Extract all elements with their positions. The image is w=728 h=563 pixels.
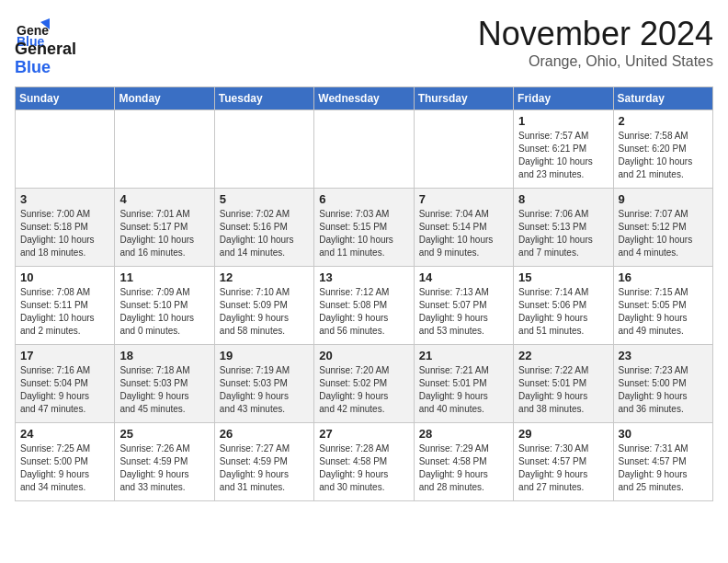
- day-info: Sunrise: 7:28 AM Sunset: 4:58 PM Dayligh…: [319, 442, 408, 494]
- day-number: 16: [619, 270, 708, 284]
- day-number: 26: [220, 427, 309, 441]
- day-number: 11: [119, 270, 209, 284]
- day-info: Sunrise: 7:57 AM Sunset: 6:21 PM Dayligh…: [518, 130, 608, 181]
- day-info: Sunrise: 7:12 AM Sunset: 5:08 PM Dayligh…: [319, 286, 408, 338]
- day-number: 5: [220, 192, 309, 206]
- day-number: 27: [319, 427, 408, 441]
- calendar-cell: 19Sunrise: 7:19 AM Sunset: 5:03 PM Dayli…: [214, 344, 313, 422]
- day-info: Sunrise: 7:01 AM Sunset: 5:17 PM Dayligh…: [119, 208, 209, 259]
- calendar-week-row: 24Sunrise: 7:25 AM Sunset: 5:00 PM Dayli…: [16, 422, 713, 500]
- calendar-cell: 1Sunrise: 7:57 AM Sunset: 6:21 PM Daylig…: [514, 109, 613, 188]
- calendar-cell: [414, 109, 513, 188]
- day-number: 6: [319, 192, 408, 206]
- day-header-thursday: Thursday: [414, 86, 513, 109]
- calendar-cell: [314, 109, 414, 188]
- day-info: Sunrise: 7:02 AM Sunset: 5:16 PM Dayligh…: [220, 208, 309, 259]
- month-title: November 2024: [478, 15, 713, 53]
- day-info: Sunrise: 7:08 AM Sunset: 5:11 PM Dayligh…: [20, 286, 109, 338]
- day-info: Sunrise: 7:23 AM Sunset: 5:00 PM Dayligh…: [619, 364, 708, 416]
- calendar-cell: 14Sunrise: 7:13 AM Sunset: 5:07 PM Dayli…: [414, 266, 513, 344]
- calendar-cell: 12Sunrise: 7:10 AM Sunset: 5:09 PM Dayli…: [214, 266, 313, 344]
- day-info: Sunrise: 7:10 AM Sunset: 5:09 PM Dayligh…: [220, 286, 309, 338]
- day-number: 13: [319, 270, 408, 284]
- day-number: 10: [20, 270, 109, 284]
- day-info: Sunrise: 7:58 AM Sunset: 6:20 PM Dayligh…: [619, 130, 708, 181]
- calendar-cell: 24Sunrise: 7:25 AM Sunset: 5:00 PM Dayli…: [16, 422, 115, 500]
- day-info: Sunrise: 7:09 AM Sunset: 5:10 PM Dayligh…: [119, 286, 209, 338]
- calendar-week-row: 10Sunrise: 7:08 AM Sunset: 5:11 PM Dayli…: [16, 266, 713, 344]
- day-number: 14: [419, 270, 508, 284]
- day-info: Sunrise: 7:18 AM Sunset: 5:03 PM Dayligh…: [119, 364, 209, 416]
- day-info: Sunrise: 7:00 AM Sunset: 5:18 PM Dayligh…: [20, 208, 109, 259]
- calendar-cell: 16Sunrise: 7:15 AM Sunset: 5:05 PM Dayli…: [613, 266, 712, 344]
- calendar-cell: [115, 109, 214, 188]
- header: General Blue General Blue November 2024 …: [15, 15, 713, 77]
- day-number: 17: [20, 349, 109, 362]
- calendar-cell: 5Sunrise: 7:02 AM Sunset: 5:16 PM Daylig…: [214, 188, 313, 266]
- day-number: 4: [119, 192, 209, 206]
- day-number: 20: [319, 349, 408, 362]
- day-number: 12: [220, 270, 309, 284]
- calendar-cell: 27Sunrise: 7:28 AM Sunset: 4:58 PM Dayli…: [314, 422, 414, 500]
- day-number: 9: [619, 192, 708, 206]
- logo-blue: Blue: [15, 59, 76, 77]
- calendar-week-row: 1Sunrise: 7:57 AM Sunset: 6:21 PM Daylig…: [16, 109, 713, 188]
- calendar-week-row: 3Sunrise: 7:00 AM Sunset: 5:18 PM Daylig…: [16, 188, 713, 266]
- calendar-cell: 9Sunrise: 7:07 AM Sunset: 5:12 PM Daylig…: [613, 188, 712, 266]
- calendar-cell: 11Sunrise: 7:09 AM Sunset: 5:10 PM Dayli…: [115, 266, 214, 344]
- day-number: 19: [220, 349, 309, 362]
- day-header-wednesday: Wednesday: [314, 86, 414, 109]
- day-header-sunday: Sunday: [16, 86, 115, 109]
- day-number: 8: [518, 192, 608, 206]
- day-info: Sunrise: 7:25 AM Sunset: 5:00 PM Dayligh…: [20, 442, 109, 494]
- day-info: Sunrise: 7:20 AM Sunset: 5:02 PM Dayligh…: [319, 364, 408, 416]
- calendar-cell: 23Sunrise: 7:23 AM Sunset: 5:00 PM Dayli…: [613, 344, 712, 422]
- calendar-cell: 15Sunrise: 7:14 AM Sunset: 5:06 PM Dayli…: [514, 266, 613, 344]
- day-info: Sunrise: 7:22 AM Sunset: 5:01 PM Dayligh…: [518, 364, 608, 416]
- day-info: Sunrise: 7:04 AM Sunset: 5:14 PM Dayligh…: [419, 208, 508, 259]
- calendar-cell: 17Sunrise: 7:16 AM Sunset: 5:04 PM Dayli…: [16, 344, 115, 422]
- calendar-cell: 18Sunrise: 7:18 AM Sunset: 5:03 PM Dayli…: [115, 344, 214, 422]
- calendar-cell: 2Sunrise: 7:58 AM Sunset: 6:20 PM Daylig…: [613, 109, 712, 188]
- calendar-header-row: SundayMondayTuesdayWednesdayThursdayFrid…: [16, 86, 713, 109]
- day-number: 18: [119, 349, 209, 362]
- calendar-cell: 22Sunrise: 7:22 AM Sunset: 5:01 PM Dayli…: [514, 344, 613, 422]
- day-number: 15: [518, 270, 608, 284]
- calendar-cell: [214, 109, 313, 188]
- day-number: 2: [619, 114, 708, 128]
- day-number: 22: [518, 349, 608, 362]
- day-number: 28: [419, 427, 508, 441]
- logo: General Blue General Blue: [15, 15, 76, 77]
- calendar-cell: 3Sunrise: 7:00 AM Sunset: 5:18 PM Daylig…: [16, 188, 115, 266]
- day-info: Sunrise: 7:16 AM Sunset: 5:04 PM Dayligh…: [20, 364, 109, 416]
- calendar-cell: 7Sunrise: 7:04 AM Sunset: 5:14 PM Daylig…: [414, 188, 513, 266]
- title-block: November 2024 Orange, Ohio, United State…: [478, 15, 713, 70]
- day-info: Sunrise: 7:31 AM Sunset: 4:57 PM Dayligh…: [619, 442, 708, 494]
- calendar-cell: 20Sunrise: 7:20 AM Sunset: 5:02 PM Dayli…: [314, 344, 414, 422]
- day-number: 29: [518, 427, 608, 441]
- calendar-cell: 4Sunrise: 7:01 AM Sunset: 5:17 PM Daylig…: [115, 188, 214, 266]
- day-info: Sunrise: 7:19 AM Sunset: 5:03 PM Dayligh…: [220, 364, 309, 416]
- day-info: Sunrise: 7:14 AM Sunset: 5:06 PM Dayligh…: [518, 286, 608, 338]
- location-title: Orange, Ohio, United States: [478, 53, 713, 70]
- day-number: 1: [518, 114, 608, 128]
- calendar-week-row: 17Sunrise: 7:16 AM Sunset: 5:04 PM Dayli…: [16, 344, 713, 422]
- day-info: Sunrise: 7:29 AM Sunset: 4:58 PM Dayligh…: [419, 442, 508, 494]
- day-info: Sunrise: 7:03 AM Sunset: 5:15 PM Dayligh…: [319, 208, 408, 259]
- day-header-saturday: Saturday: [613, 86, 712, 109]
- day-info: Sunrise: 7:26 AM Sunset: 4:59 PM Dayligh…: [119, 442, 209, 494]
- calendar-cell: 6Sunrise: 7:03 AM Sunset: 5:15 PM Daylig…: [314, 188, 414, 266]
- day-number: 24: [20, 427, 109, 441]
- day-info: Sunrise: 7:21 AM Sunset: 5:01 PM Dayligh…: [419, 364, 508, 416]
- day-info: Sunrise: 7:15 AM Sunset: 5:05 PM Dayligh…: [619, 286, 708, 338]
- calendar-cell: 21Sunrise: 7:21 AM Sunset: 5:01 PM Dayli…: [414, 344, 513, 422]
- day-info: Sunrise: 7:06 AM Sunset: 5:13 PM Dayligh…: [518, 208, 608, 259]
- calendar-table: SundayMondayTuesdayWednesdayThursdayFrid…: [15, 86, 713, 501]
- day-info: Sunrise: 7:07 AM Sunset: 5:12 PM Dayligh…: [619, 208, 708, 259]
- day-header-monday: Monday: [115, 86, 214, 109]
- day-number: 3: [20, 192, 109, 206]
- calendar-cell: 13Sunrise: 7:12 AM Sunset: 5:08 PM Dayli…: [314, 266, 414, 344]
- day-info: Sunrise: 7:27 AM Sunset: 4:59 PM Dayligh…: [220, 442, 309, 494]
- day-info: Sunrise: 7:13 AM Sunset: 5:07 PM Dayligh…: [419, 286, 508, 338]
- logo-general: General: [15, 40, 76, 59]
